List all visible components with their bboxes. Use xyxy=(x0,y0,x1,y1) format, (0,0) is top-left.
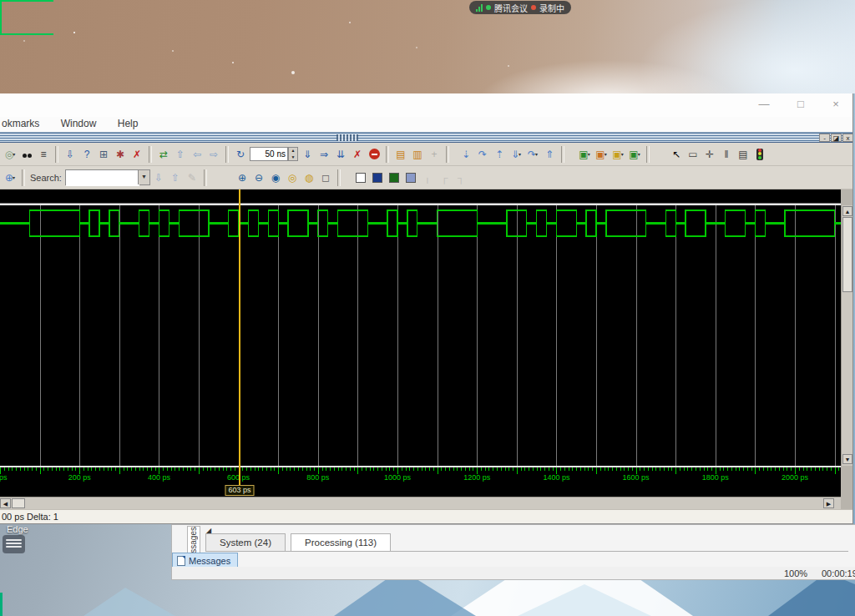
search-prev-icon[interactable]: ⇧ xyxy=(168,170,183,185)
pan-hand-icon[interactable]: + xyxy=(427,147,442,162)
restart-icon[interactable]: ↻ xyxy=(233,147,248,162)
navigate-forward-icon[interactable]: ⇨ xyxy=(206,147,221,162)
history-icon[interactable]: ◎▾ xyxy=(3,147,18,162)
search-dropdown-icon[interactable]: ▼ xyxy=(138,170,149,184)
restore-layout-icon[interactable]: ▥ xyxy=(410,147,425,162)
run-length-input[interactable] xyxy=(250,147,288,161)
add-items-icon[interactable]: ⊞ xyxy=(96,147,111,162)
zoom-in-icon[interactable]: ⊕ xyxy=(235,170,250,185)
delete-icon[interactable]: ✗ xyxy=(129,147,144,162)
timeline-label: 400 ps xyxy=(148,473,170,482)
zoom-mode-icon[interactable]: ▭ xyxy=(686,147,701,162)
drag-grip-icon[interactable] xyxy=(336,134,358,141)
find-rising-edge-icon[interactable]: ⇑ xyxy=(542,147,557,162)
desktop-jumplist-icon[interactable] xyxy=(3,535,25,553)
run-length-widget[interactable]: ▲▼ xyxy=(250,147,298,162)
edge-low-icon[interactable]: ╷ xyxy=(420,170,435,185)
stop-icon[interactable] xyxy=(367,147,382,162)
cursor-time-label[interactable]: 603 ps xyxy=(225,485,255,496)
add-list-icon[interactable]: ▣▾ xyxy=(594,147,609,162)
pane-drag-bar[interactable]: - ◪ x xyxy=(0,132,852,143)
cursor-refresh-icon[interactable]: ↷ xyxy=(475,147,490,162)
navigate-back-icon[interactable]: ⇦ xyxy=(190,147,205,162)
vertical-scrollbar[interactable]: ▲ ▼ xyxy=(841,205,853,466)
insert-pulse-icon[interactable] xyxy=(370,170,385,185)
timeline-ruler[interactable]: 0 ps200 ps400 ps600 ps800 ps1000 ps1200 … xyxy=(0,467,841,484)
pane-undock-button[interactable]: ◪ xyxy=(831,134,842,142)
pane-close-button[interactable]: x xyxy=(842,134,853,142)
swap-pane-icon[interactable]: ⇄ xyxy=(156,147,171,162)
hierarchy-icon[interactable]: ≡ xyxy=(36,147,51,162)
maximize-button[interactable]: □ xyxy=(792,97,810,112)
tab-processing-113-[interactable]: Processing (113) xyxy=(291,533,391,551)
modelsim-window[interactable]: — □ × okmarks Window Help - ◪ x ◎▾≡⇩?⊞✱✗… xyxy=(0,93,853,524)
select-mode-icon[interactable]: ↖ xyxy=(669,147,684,162)
title-bar[interactable]: — □ × xyxy=(0,93,852,118)
search-options-icon[interactable]: ✎ xyxy=(185,170,200,185)
add-log-icon[interactable]: ▣▾ xyxy=(610,147,625,162)
add-dataflow-icon[interactable]: ▣▾ xyxy=(627,147,642,162)
desktop-wallpaper-top xyxy=(0,0,855,93)
add-wave-icon[interactable]: ▣▾ xyxy=(577,147,592,162)
scroll-down-icon[interactable]: ▼ xyxy=(842,454,852,464)
edge-fall-icon[interactable]: ┐ xyxy=(453,170,468,185)
search-input[interactable]: ▼ xyxy=(65,169,150,185)
invert-wave-icon[interactable] xyxy=(387,170,402,185)
edge-rise-icon[interactable]: ┌ xyxy=(437,170,452,185)
search-text-field[interactable] xyxy=(66,172,139,186)
run-all-icon[interactable]: ⇊ xyxy=(333,147,348,162)
process-gears-icon[interactable]: ✱ xyxy=(113,147,128,162)
zoom-cursor-icon[interactable]: ◎ xyxy=(285,170,300,185)
menu-window[interactable]: Window xyxy=(61,117,97,129)
traffic-light-icon[interactable] xyxy=(752,147,767,162)
run-length-spinner[interactable]: ▲▼ xyxy=(288,147,298,161)
find-transition-icon[interactable]: ↷▾ xyxy=(525,147,540,162)
zoom-range-icon[interactable]: ◍ xyxy=(301,170,316,185)
zoom-out-icon[interactable]: ⊖ xyxy=(251,170,266,185)
import-icon[interactable]: ⇩ xyxy=(63,147,78,162)
continue-run-icon[interactable]: ⇒ xyxy=(316,147,331,162)
wave-signal-b[interactable] xyxy=(0,224,841,236)
zoom-selection-icon[interactable]: ◻ xyxy=(318,170,333,185)
menu-help[interactable]: Help xyxy=(118,117,139,129)
horizontal-scrollbar[interactable]: ◀ ▶ xyxy=(0,497,841,509)
pan-mode-icon[interactable]: ✛ xyxy=(702,147,717,162)
scroll-up-icon[interactable]: ▲ xyxy=(842,206,852,216)
menu-bookmarks[interactable]: okmarks xyxy=(2,117,39,129)
minimize-button[interactable]: — xyxy=(755,97,773,112)
navigate-up-icon[interactable]: ⇧ xyxy=(173,147,188,162)
wave-signal-a[interactable] xyxy=(0,210,841,223)
pattern-wave-icon[interactable] xyxy=(403,170,418,185)
toolbar-row-1: ◎▾≡⇩?⊞✱✗⇄⇧⇦⇨↻▲▼⇓⇒⇊✗▤▥+⇣↷⇡⇓▾↷▾⇑▣▾▣▾▣▾▣▾↖▭… xyxy=(0,143,852,166)
desktop-icon-edge-label[interactable]: Edge xyxy=(7,524,57,534)
pane-minimize-button[interactable]: - xyxy=(819,134,830,142)
search-next-icon[interactable]: ⇩ xyxy=(151,170,166,185)
remove-cursor-icon[interactable]: ⇡ xyxy=(492,147,507,162)
wave-panel[interactable]: 0 ps200 ps400 ps600 ps800 ps1000 ps1200 … xyxy=(0,189,852,509)
run-icon[interactable]: ⇓ xyxy=(300,147,315,162)
cursor-delta-status: 00 ps Delta: 1 xyxy=(2,512,58,522)
tab-system-24-[interactable]: System (24) xyxy=(205,533,286,551)
messages-side-tab[interactable]: Messages xyxy=(187,526,200,556)
waveform-canvas[interactable] xyxy=(0,205,841,466)
vertical-scroll-thumb[interactable] xyxy=(842,217,852,292)
insert-cursor-icon[interactable]: ⇣ xyxy=(458,147,473,162)
meeting-status-bar[interactable]: 腾讯会议 录制中 xyxy=(469,1,571,14)
break-icon[interactable]: ✗ xyxy=(350,147,365,162)
expand-processes-icon[interactable]: ⊕▾ xyxy=(3,170,18,185)
quartus-messages-window[interactable]: Messages ◢ System (24)Processing (113) M… xyxy=(171,524,855,580)
scroll-right-icon[interactable]: ▶ xyxy=(823,498,834,508)
scroll-left-icon[interactable]: ◀ xyxy=(0,498,11,508)
find-falling-edge-icon[interactable]: ⇓▾ xyxy=(508,147,524,162)
find-binoculars-icon[interactable] xyxy=(19,147,34,162)
cursor-mode-icon[interactable]: ‖ xyxy=(719,147,734,162)
timeline-label: 800 ps xyxy=(306,473,329,482)
edit-help-icon[interactable]: ? xyxy=(79,147,94,162)
horizontal-scroll-thumb[interactable] xyxy=(12,498,25,508)
create-pulse-icon[interactable] xyxy=(353,170,368,185)
zoom-full-icon[interactable]: ◉ xyxy=(268,170,283,185)
edit-mode-icon[interactable]: ▤ xyxy=(736,147,751,162)
wave-cursor[interactable] xyxy=(239,189,240,485)
close-button[interactable]: × xyxy=(827,97,845,112)
save-layout-icon[interactable]: ▤ xyxy=(393,147,408,162)
